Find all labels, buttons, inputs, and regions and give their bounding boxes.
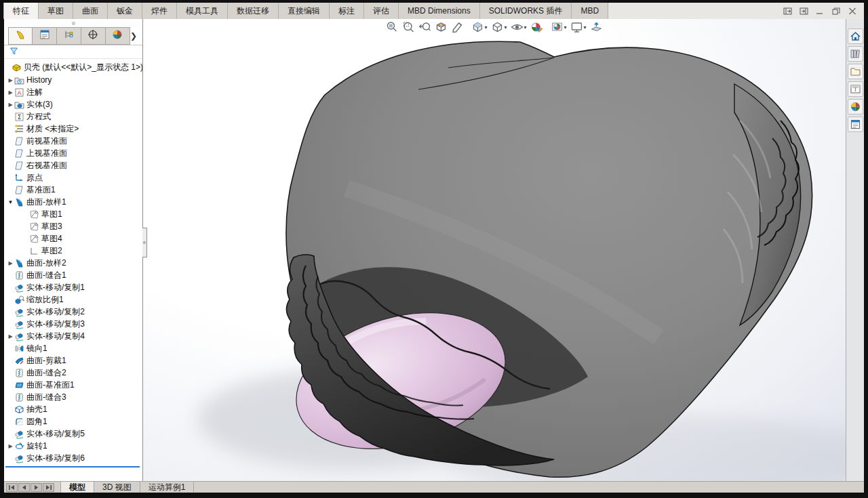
expand-arrow[interactable]: ▶ xyxy=(7,260,14,266)
ribbon-tab-草图[interactable]: 草图 xyxy=(39,3,73,19)
custom-properties-icon[interactable] xyxy=(848,117,863,132)
dropdown-arrow-icon[interactable]: ▾ xyxy=(484,24,487,30)
view-settings-icon[interactable]: ▾ xyxy=(569,20,589,35)
tree-item[interactable]: 前视基准面 xyxy=(4,135,142,147)
appearances-icon[interactable] xyxy=(848,99,863,115)
dropdown-arrow-icon[interactable]: ▾ xyxy=(524,24,526,30)
tree-item[interactable]: 实体-移动/复制6 xyxy=(4,452,142,464)
ribbon-tab-特征[interactable]: 特征 xyxy=(3,3,39,19)
tree-item[interactable]: ▶A注解 xyxy=(4,86,142,98)
first-tab-button[interactable] xyxy=(6,483,18,492)
tree-item[interactable]: 缩放比例1 xyxy=(4,293,142,306)
file-explorer-icon[interactable] xyxy=(848,64,863,79)
tree-item[interactable]: ▶实体-移动/复制4 xyxy=(4,330,142,342)
tree-item[interactable]: 曲面-缝合2 xyxy=(4,367,142,379)
expand-arrow[interactable]: ▶ xyxy=(7,77,14,83)
tree-item[interactable]: 实体-移动/复制5 xyxy=(4,428,142,440)
tree-item[interactable]: 实体-移动/复制1 xyxy=(4,281,142,293)
last-tab-button[interactable] xyxy=(43,483,54,492)
document-tab-运动算例1[interactable]: 运动算例1 xyxy=(140,482,195,493)
tree-item[interactable]: 材质 <未指定> xyxy=(4,123,142,135)
view-orientation-icon[interactable]: ▾ xyxy=(469,20,489,35)
expand-arrow[interactable]: ▶ xyxy=(7,333,14,339)
dock-right-icon[interactable] xyxy=(799,7,808,15)
section-view-icon[interactable] xyxy=(433,20,449,35)
tree-item[interactable]: 抽壳1 xyxy=(4,403,142,415)
panel-top-splitter[interactable] xyxy=(4,19,142,27)
tree-item[interactable]: ▶实体(3) xyxy=(4,98,142,110)
view-palette-icon[interactable] xyxy=(848,81,863,97)
dropdown-arrow-icon[interactable]: ▾ xyxy=(504,24,507,30)
tree-item[interactable]: 镜向1 xyxy=(4,342,142,354)
tree-item[interactable]: 圆角1 xyxy=(4,415,142,428)
ribbon-tab-SOLIDWORKS 插件[interactable]: SOLIDWORKS 插件 xyxy=(480,3,572,19)
restore-icon[interactable] xyxy=(831,7,841,15)
home-icon[interactable] xyxy=(848,28,863,44)
expand-arrow[interactable]: ▶ xyxy=(7,102,14,108)
tree-item[interactable]: ▶旋转1 xyxy=(4,440,142,452)
graphics-viewport[interactable]: ▾▾▾▾▾ xyxy=(143,19,846,481)
document-tab-模型[interactable]: 模型 xyxy=(60,482,94,493)
ribbon-tab-直接编辑[interactable]: 直接编辑 xyxy=(279,3,330,19)
displaymanager-tab[interactable] xyxy=(106,27,130,45)
document-tab-3D 视图[interactable]: 3D 视图 xyxy=(94,482,140,493)
tree-item[interactable]: 草图3 xyxy=(4,220,142,232)
featuremanager-tab[interactable] xyxy=(8,27,33,45)
ribbon-tab-钣金[interactable]: 钣金 xyxy=(108,3,142,19)
rollback-bar[interactable] xyxy=(5,466,140,468)
ribbon-tab-曲面[interactable]: 曲面 xyxy=(73,3,108,19)
close-icon[interactable] xyxy=(848,7,857,15)
tree-item[interactable]: ▶History xyxy=(4,74,142,86)
tree-root-item[interactable]: 贝壳 (默认<<默认>_显示状态 1>) xyxy=(4,60,142,74)
tree-item[interactable]: 原点 xyxy=(4,171,142,184)
expand-arrow[interactable]: ▼ xyxy=(7,199,14,205)
tree-item[interactable]: 草图2 xyxy=(4,245,142,257)
dropdown-arrow-icon[interactable]: ▾ xyxy=(564,24,567,30)
tree-item[interactable]: 基准面1 xyxy=(4,184,142,196)
expand-arrow[interactable]: ▶ xyxy=(7,89,14,96)
tree-item[interactable]: 右视基准面 xyxy=(4,159,142,171)
tree-filter-row[interactable] xyxy=(4,45,142,59)
zoom-to-fit-icon[interactable] xyxy=(384,20,400,35)
tree-item[interactable]: 实体-移动/复制3 xyxy=(4,318,142,330)
tree-item[interactable]: ▶曲面-放样2 xyxy=(4,257,142,269)
apply-scene-icon[interactable]: ▾ xyxy=(549,20,569,35)
edit-appearance-icon[interactable] xyxy=(529,20,545,35)
instant3d-icon[interactable] xyxy=(589,20,605,35)
dynamic-annotation-icon[interactable] xyxy=(449,20,465,35)
display-style-icon[interactable]: ▾ xyxy=(489,20,509,35)
ribbon-tab-数据迁移[interactable]: 数据迁移 xyxy=(228,3,279,19)
ribbon-tab-评估[interactable]: 评估 xyxy=(364,3,399,19)
design-library-icon[interactable] xyxy=(848,46,863,62)
dropdown-arrow-icon[interactable]: ▾ xyxy=(584,24,587,30)
minimize-icon[interactable] xyxy=(815,7,825,15)
prev-tab-button[interactable] xyxy=(18,483,30,492)
previous-view-icon[interactable] xyxy=(416,20,433,35)
dock-left-icon[interactable] xyxy=(783,7,792,15)
tree-item[interactable]: 草图4 xyxy=(4,232,142,245)
ribbon-tab-MBD Dimensions[interactable]: MBD Dimensions xyxy=(399,3,480,19)
propertymanager-tab[interactable] xyxy=(33,27,57,45)
tree-item[interactable]: 草图1 xyxy=(4,208,142,220)
expand-arrow[interactable]: ▶ xyxy=(7,443,14,449)
ribbon-tab-模具工具[interactable]: 模具工具 xyxy=(177,3,228,19)
filter-icon[interactable] xyxy=(9,46,18,58)
tree-item[interactable]: 曲面-缝合3 xyxy=(4,391,142,403)
configurationmanager-tab[interactable] xyxy=(57,27,81,45)
ribbon-tab-标注[interactable]: 标注 xyxy=(330,3,364,19)
zoom-to-area-icon[interactable] xyxy=(400,20,416,35)
tree-item[interactable]: ▼曲面-放样1 xyxy=(4,196,142,208)
tree-item[interactable]: 实体-移动/复制2 xyxy=(4,306,142,318)
tree-item[interactable]: 曲面-基准面1 xyxy=(4,379,142,391)
dimxpertmanager-tab[interactable] xyxy=(81,27,106,45)
manager-tabs-expand-button[interactable]: ❯ xyxy=(130,27,142,45)
tree-item[interactable]: Σ方程式 xyxy=(4,110,142,123)
tree-item[interactable]: 上视基准面 xyxy=(4,147,142,159)
hide-show-items-icon[interactable]: ▾ xyxy=(509,20,528,35)
next-tab-button[interactable] xyxy=(31,483,42,492)
ribbon-tab-MBD[interactable]: MBD xyxy=(572,3,608,19)
panel-splitter-handle[interactable] xyxy=(142,228,147,257)
ribbon-tab-焊件[interactable]: 焊件 xyxy=(142,3,177,19)
tree-item[interactable]: 曲面-剪裁1 xyxy=(4,354,142,367)
tree-item[interactable]: 曲面-缝合1 xyxy=(4,269,142,281)
